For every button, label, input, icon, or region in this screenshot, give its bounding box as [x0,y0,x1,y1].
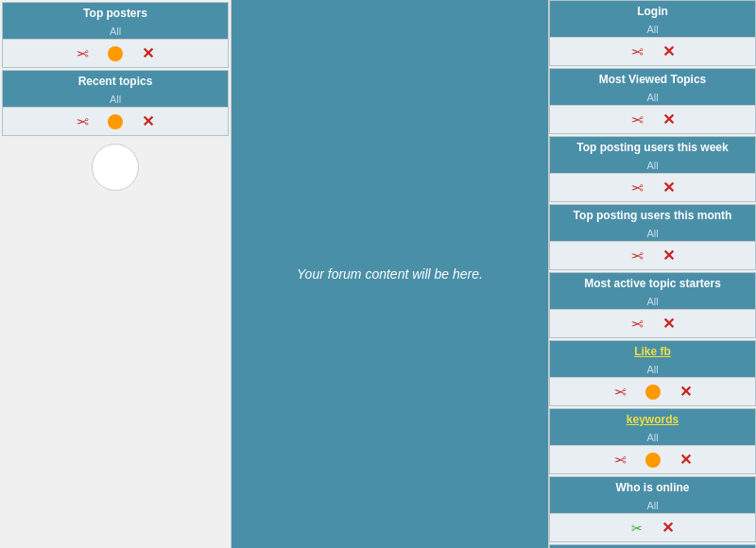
scissors-icon-r6[interactable]: ✂ [614,451,627,469]
widget-like-fb-header: Like fb [550,341,755,362]
red-x-icon-r1[interactable]: ✕ [662,111,675,128]
widget-recent-topics-icons: ✂ ✕ [3,107,228,135]
red-x-icon-r3[interactable]: ✕ [662,247,675,265]
red-x-icon-r4[interactable]: ✕ [662,315,675,333]
widget-top-posters: Top posters All ✂ ✕ [2,2,229,68]
widget-top-posters-header: Top posters [3,3,228,24]
widget-top-posting-month-header: Top posting users this month [550,205,755,226]
widget-keywords-header: keywords [550,409,755,430]
scissors-icon-2[interactable]: ✂ [77,112,89,130]
widget-most-active-starters-icons: ✂ ✕ [550,309,755,337]
widget-keywords-icons: ✂ ✕ [550,445,755,473]
red-x-icon[interactable]: ✕ [142,44,154,62]
widget-recent-topics-link[interactable]: Recent topics [78,75,153,88]
orange-circle-icon-r6[interactable] [645,453,661,468]
widget-top-posting-week-icons: ✂ ✕ [550,173,755,201]
right-sidebar: Login All ✂ ✕ Most Viewed Topics All ✂ ✕… [548,0,756,548]
scissors-icon-r2[interactable]: ✂ [631,179,644,197]
center-content: Your forum content will be here. [232,0,548,548]
red-x-icon-r5[interactable]: ✕ [679,383,692,401]
widget-top-posting-month-sub: All [550,226,755,241]
red-x-icon-r2[interactable]: ✕ [662,179,675,197]
orange-circle-icon[interactable] [108,46,123,61]
widget-top-posters-sub: All [3,24,228,39]
widget-top-posters-link[interactable]: Top posters [83,7,147,20]
widget-login: Login All ✂ ✕ [549,0,756,66]
main-layout: Top posters All ✂ ✕ Recent topics All ✂ [0,0,756,548]
orange-circle-icon-r5[interactable] [645,385,661,400]
widget-who-is-online: Who is online All ✂ ✕ [549,476,756,542]
widget-like-fb: Like fb All ✂ ✕ [549,340,756,406]
widget-top-posting-week: Top posting users this week All ✂ ✕ [549,136,756,202]
orange-circle-icon-2[interactable] [108,114,123,129]
widget-who-is-online-sub: All [550,498,755,513]
widget-thong-ke: thống kê All ✂ ✕ [549,544,756,548]
widget-login-sub: All [550,22,755,37]
avatar-placeholder [92,144,139,191]
widget-most-active-starters-header: Most active topic starters [550,273,755,294]
scissors-icon-r1[interactable]: ✂ [631,111,644,128]
red-x-icon-r6[interactable]: ✕ [679,451,692,469]
widget-recent-topics-sub: All [3,92,228,107]
widget-most-viewed-header: Most Viewed Topics [550,69,755,90]
widget-top-posting-week-sub: All [550,158,755,173]
widget-top-posters-icons: ✂ ✕ [3,39,228,67]
scissors-icon[interactable]: ✂ [77,44,89,62]
widget-recent-topics: Recent topics All ✂ ✕ [2,70,229,136]
forum-content-placeholder: Your forum content will be here. [297,266,483,282]
widget-keywords-link[interactable]: keywords [627,413,679,426]
scissors-icon-r0[interactable]: ✂ [631,43,644,60]
scissors-icon-r5[interactable]: ✂ [614,383,627,401]
scissors-icon-r4[interactable]: ✂ [631,315,644,333]
widget-who-is-online-icons: ✂ ✕ [550,513,755,541]
left-widget-area: Top posters All ✂ ✕ Recent topics All ✂ [0,0,231,200]
widget-most-active-starters: Most active topic starters All ✂ ✕ [549,272,756,338]
widget-keywords-sub: All [550,430,755,445]
widget-login-icons: ✂ ✕ [550,37,755,65]
red-x-icon-r0[interactable]: ✕ [662,43,675,60]
widget-like-fb-link[interactable]: Like fb [634,345,671,358]
widget-most-viewed-icons: ✂ ✕ [550,105,755,133]
red-x-icon-r7[interactable]: ✕ [662,519,674,537]
red-x-icon-2[interactable]: ✕ [142,112,154,130]
widget-who-is-online-header: Who is online [550,477,755,498]
left-sidebar: Top posters All ✂ ✕ Recent topics All ✂ [0,0,232,548]
widget-like-fb-icons: ✂ ✕ [550,377,755,405]
widget-keywords: keywords All ✂ ✕ [549,408,756,474]
widget-most-viewed: Most Viewed Topics All ✂ ✕ [549,68,756,134]
scissors-icon-r3[interactable]: ✂ [631,247,644,265]
widget-most-viewed-sub: All [550,90,755,105]
widget-like-fb-sub: All [550,362,755,377]
widget-top-posting-month-icons: ✂ ✕ [550,241,755,269]
widget-recent-topics-header: Recent topics [3,71,228,92]
widget-top-posting-month: Top posting users this month All ✂ ✕ [549,204,756,270]
widget-login-header: Login [550,1,755,22]
green-scissors-icon-r7[interactable]: ✂ [631,521,643,536]
widget-top-posting-week-header: Top posting users this week [550,137,755,158]
widget-most-active-starters-sub: All [550,294,755,309]
